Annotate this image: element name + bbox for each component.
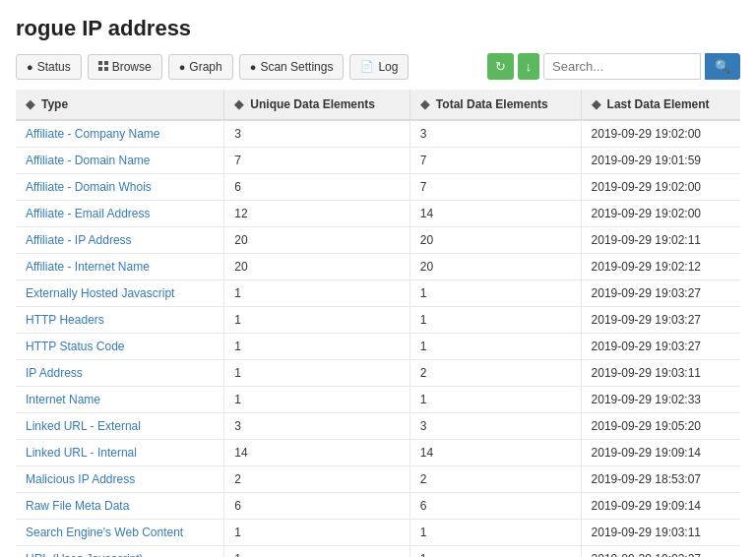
cell-last: 2019-09-29 19:03:27: [581, 546, 740, 558]
row-type-link[interactable]: Malicious IP Address: [26, 472, 135, 486]
row-type-link[interactable]: Internet Name: [26, 393, 100, 406]
tab-status-label: Status: [37, 60, 71, 74]
col-total[interactable]: ◆ Total Data Elements: [410, 90, 581, 120]
cell-type: Raw File Meta Data: [16, 493, 224, 520]
row-type-link[interactable]: Affiliate - Domain Whois: [26, 180, 152, 194]
cell-total: 1: [410, 307, 581, 334]
cell-total: 20: [410, 227, 581, 254]
graph-dot-icon: ●: [179, 61, 186, 73]
cell-last: 2019-09-29 19:03:27: [581, 307, 740, 334]
svg-rect-2: [98, 67, 102, 71]
cell-total: 6: [410, 493, 581, 520]
cell-last: 2019-09-29 19:02:00: [581, 120, 740, 148]
table-row: Externally Hosted Javascript112019-09-29…: [16, 280, 740, 307]
cell-total: 1: [410, 280, 581, 307]
table-row: Affiliate - Domain Name772019-09-29 19:0…: [16, 148, 740, 174]
cell-type: Search Engine's Web Content: [16, 520, 224, 546]
row-type-link[interactable]: Search Engine's Web Content: [26, 526, 183, 539]
cell-last: 2019-09-29 19:02:11: [581, 227, 740, 254]
download-button[interactable]: ↓: [518, 53, 540, 80]
cell-unique: 7: [224, 148, 410, 174]
cell-last: 2019-09-29 19:09:14: [581, 440, 740, 466]
col-last[interactable]: ◆ Last Data Element: [581, 90, 740, 120]
cell-type: Affiliate - Email Address: [16, 201, 224, 227]
cell-last: 2019-09-29 19:03:11: [581, 360, 740, 387]
svg-rect-3: [104, 67, 108, 71]
refresh-icon: ↻: [495, 59, 506, 74]
row-type-link[interactable]: URL (Uses Javascript): [26, 552, 144, 557]
table-row: Malicious IP Address222019-09-29 18:53:0…: [16, 466, 740, 493]
cell-type: Affiliate - IP Address: [16, 227, 224, 254]
toolbar: ● Status Browse ● Graph ● Scan Settings: [16, 53, 740, 80]
search-input[interactable]: [543, 53, 701, 80]
row-type-link[interactable]: Externally Hosted Javascript: [26, 286, 174, 300]
cell-unique: 1: [224, 387, 410, 413]
row-type-link[interactable]: Affiliate - IP Address: [26, 233, 132, 247]
col-type[interactable]: ◆ Type: [16, 90, 224, 120]
row-type-link[interactable]: Affiliate - Email Address: [26, 207, 151, 220]
tab-browse[interactable]: Browse: [88, 54, 162, 80]
cell-type: HTTP Headers: [16, 307, 224, 334]
tab-log[interactable]: 📄 Log: [349, 54, 409, 80]
row-type-link[interactable]: HTTP Status Code: [26, 340, 125, 353]
page-title: rogue IP address: [16, 16, 740, 41]
data-table: ◆ Type ◆ Unique Data Elements ◆ Total Da…: [16, 90, 740, 557]
cell-last: 2019-09-29 19:02:00: [581, 174, 740, 201]
toolbar-right: ↻ ↓ 🔍: [487, 53, 741, 80]
tab-browse-label: Browse: [112, 60, 152, 74]
cell-last: 2019-09-29 19:02:12: [581, 254, 740, 280]
tab-scan-settings-label: Scan Settings: [260, 60, 333, 74]
cell-type: HTTP Status Code: [16, 334, 224, 360]
row-type-link[interactable]: HTTP Headers: [26, 313, 104, 327]
tab-scan-settings[interactable]: ● Scan Settings: [239, 54, 345, 80]
search-button[interactable]: 🔍: [705, 53, 740, 80]
cell-type: Linked URL - External: [16, 413, 224, 440]
table-row: Linked URL - Internal14142019-09-29 19:0…: [16, 440, 740, 466]
cell-type: Affiliate - Company Name: [16, 120, 224, 148]
cell-total: 1: [410, 387, 581, 413]
row-type-link[interactable]: Raw File Meta Data: [26, 499, 129, 513]
search-icon: 🔍: [715, 59, 730, 74]
refresh-button[interactable]: ↻: [487, 53, 514, 80]
cell-unique: 14: [224, 440, 410, 466]
col-unique[interactable]: ◆ Unique Data Elements: [224, 90, 410, 120]
cell-unique: 6: [224, 174, 410, 201]
cell-last: 2019-09-29 18:53:07: [581, 466, 740, 493]
row-type-link[interactable]: Linked URL - External: [26, 419, 141, 433]
tab-status[interactable]: ● Status: [16, 54, 82, 80]
cell-type: IP Address: [16, 360, 224, 387]
sort-icon-type: ◆: [26, 97, 34, 111]
cell-last: 2019-09-29 19:09:14: [581, 493, 740, 520]
row-type-link[interactable]: Affiliate - Company Name: [26, 127, 160, 141]
cell-type: Affiliate - Internet Name: [16, 254, 224, 280]
table-row: Affiliate - IP Address20202019-09-29 19:…: [16, 227, 740, 254]
page-container: rogue IP address ● Status Browse ● Graph: [0, 0, 756, 557]
cell-total: 7: [410, 174, 581, 201]
row-type-link[interactable]: Affiliate - Internet Name: [26, 260, 150, 274]
cell-total: 14: [410, 201, 581, 227]
row-type-link[interactable]: IP Address: [26, 366, 83, 380]
cell-type: Externally Hosted Javascript: [16, 280, 224, 307]
log-doc-icon: 📄: [360, 60, 374, 73]
cell-unique: 12: [224, 201, 410, 227]
table-row: Affiliate - Company Name332019-09-29 19:…: [16, 120, 740, 148]
row-type-link[interactable]: Affiliate - Domain Name: [26, 154, 151, 167]
table-row: Affiliate - Internet Name20202019-09-29 …: [16, 254, 740, 280]
cell-unique: 20: [224, 227, 410, 254]
cell-last: 2019-09-29 19:02:00: [581, 201, 740, 227]
download-icon: ↓: [526, 59, 533, 74]
cell-unique: 1: [224, 307, 410, 334]
tab-graph[interactable]: ● Graph: [168, 54, 233, 80]
svg-rect-0: [98, 61, 102, 65]
table-row: Affiliate - Email Address12142019-09-29 …: [16, 201, 740, 227]
tab-log-label: Log: [378, 60, 398, 74]
row-type-link[interactable]: Linked URL - Internal: [26, 446, 137, 460]
table-row: HTTP Headers112019-09-29 19:03:27: [16, 307, 740, 334]
cell-total: 1: [410, 546, 581, 558]
table-row: Search Engine's Web Content112019-09-29 …: [16, 520, 740, 546]
cell-unique: 2: [224, 466, 410, 493]
svg-rect-1: [104, 61, 108, 65]
cell-total: 20: [410, 254, 581, 280]
status-icon: ●: [27, 61, 33, 73]
table-header-row: ◆ Type ◆ Unique Data Elements ◆ Total Da…: [16, 90, 740, 120]
